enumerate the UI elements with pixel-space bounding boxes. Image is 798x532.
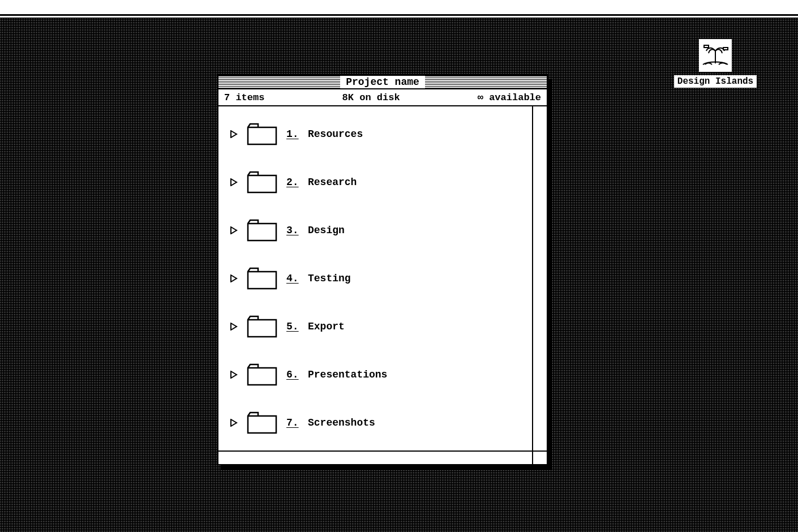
horizontal-scrollbar[interactable] <box>218 452 533 464</box>
folder-name: Presentations <box>308 369 387 380</box>
menu-bar[interactable] <box>0 0 798 16</box>
folder-row[interactable]: 7. Screenshots <box>230 410 521 436</box>
info-bar: 7 items 8K on disk ∞ available <box>218 89 547 106</box>
title-bar[interactable]: Project name <box>218 76 547 89</box>
folder-name: Research <box>308 177 357 188</box>
folder-row[interactable]: 5. Export <box>230 314 521 340</box>
folder-row[interactable]: 4. Testing <box>230 265 521 291</box>
disclosure-triangle-icon[interactable] <box>230 274 238 282</box>
folder-number: 5. <box>286 321 299 332</box>
disclosure-triangle-icon[interactable] <box>230 130 238 138</box>
desktop[interactable]: Design Islands Project name 7 items 8K o… <box>0 18 798 532</box>
folder-row[interactable]: 2. Research <box>230 169 521 195</box>
folder-name: Screenshots <box>308 417 375 428</box>
svg-marker-3 <box>231 131 237 138</box>
folder-icon <box>247 363 277 386</box>
info-available: ∞ available <box>478 92 541 103</box>
folder-icon <box>247 267 277 290</box>
disk-design-islands[interactable]: Design Islands <box>681 39 749 88</box>
folder-icon <box>247 315 277 338</box>
folder-icon <box>247 411 277 434</box>
folder-name: Resources <box>308 128 363 140</box>
disclosure-triangle-icon[interactable] <box>230 419 238 427</box>
svg-marker-9 <box>231 419 237 426</box>
folder-name: Export <box>308 321 345 332</box>
info-disk: 8K on disk <box>342 92 400 103</box>
svg-marker-4 <box>231 179 237 186</box>
folder-list: 1. Resources 2. Research <box>218 106 533 451</box>
disclosure-triangle-icon[interactable] <box>230 226 238 234</box>
disclosure-triangle-icon[interactable] <box>230 323 238 331</box>
svg-rect-1 <box>704 45 709 48</box>
svg-marker-6 <box>231 275 237 282</box>
island-icon <box>699 39 732 72</box>
folder-name: Testing <box>308 273 351 284</box>
folder-icon <box>247 123 277 145</box>
folder-icon <box>247 219 277 242</box>
svg-marker-5 <box>231 227 237 234</box>
svg-marker-8 <box>231 371 237 378</box>
folder-number: 4. <box>286 273 299 284</box>
folder-row[interactable]: 1. Resources <box>230 121 521 147</box>
folder-row[interactable]: 3. Design <box>230 217 521 243</box>
folder-number: 2. <box>286 177 299 188</box>
disclosure-triangle-icon[interactable] <box>230 178 238 186</box>
finder-window: Project name 7 items 8K on disk ∞ availa… <box>217 75 548 465</box>
folder-icon <box>247 171 277 194</box>
disk-label: Design Islands <box>674 75 757 88</box>
folder-number: 1. <box>286 128 299 140</box>
vertical-scrollbar[interactable] <box>533 106 547 451</box>
resize-grow-box[interactable] <box>533 452 547 464</box>
folder-name: Design <box>308 225 345 236</box>
folder-number: 3. <box>286 225 299 236</box>
folder-number: 7. <box>286 417 299 428</box>
folder-row[interactable]: 6. Presentations <box>230 362 521 388</box>
folder-number: 6. <box>286 369 299 380</box>
svg-rect-2 <box>723 48 728 50</box>
info-items: 7 items <box>224 92 264 103</box>
svg-marker-7 <box>231 323 237 330</box>
window-title: Project name <box>340 76 425 88</box>
disclosure-triangle-icon[interactable] <box>230 371 238 379</box>
